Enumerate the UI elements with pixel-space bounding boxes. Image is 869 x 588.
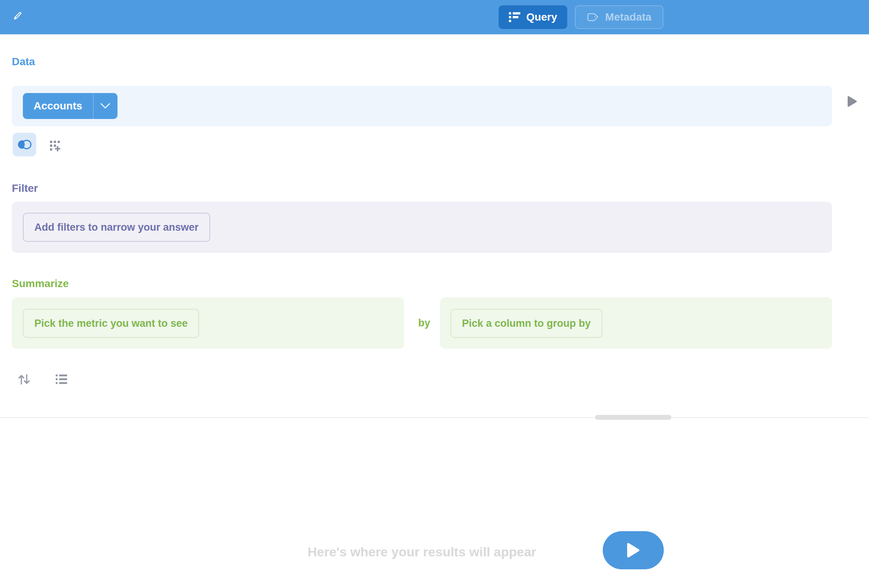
header-bar: Query Metadata [0, 0, 869, 34]
table-picker-button[interactable]: Accounts [23, 93, 117, 119]
edit-button[interactable] [10, 9, 25, 24]
tab-metadata-label: Metadata [605, 11, 651, 23]
row-limit-button[interactable] [53, 371, 69, 387]
by-label: by [415, 317, 433, 329]
pick-groupby-column-button[interactable]: Pick a column to group by [451, 309, 602, 338]
preview-step-button[interactable] [844, 93, 861, 110]
join-data-button[interactable] [13, 133, 36, 156]
sort-icon [18, 374, 30, 385]
chevron-down-icon [100, 103, 110, 109]
tag-icon [587, 13, 599, 22]
join-data-icon [17, 139, 32, 150]
play-preview-icon [847, 96, 857, 107]
notebook-icon [509, 12, 520, 22]
tab-query[interactable]: Query [499, 5, 567, 29]
play-icon [627, 543, 640, 558]
data-step-card [12, 86, 832, 126]
run-query-button[interactable] [603, 531, 664, 569]
custom-column-icon [50, 140, 61, 152]
query-builder-page: Query Metadata Data Accounts [0, 0, 869, 588]
sort-button[interactable] [16, 371, 32, 387]
pick-metric-button[interactable]: Pick the metric you want to see [23, 309, 199, 338]
custom-column-button[interactable] [47, 138, 63, 154]
filter-section-label: Filter [12, 182, 38, 194]
data-section-label: Data [12, 56, 35, 68]
row-limit-list-icon [56, 374, 67, 384]
table-picker-dropdown[interactable] [93, 93, 117, 119]
summarize-section-label: Summarize [12, 278, 69, 290]
results-placeholder-text: Here's where your results will appear [212, 545, 632, 559]
table-picker-value[interactable]: Accounts [23, 93, 93, 119]
notebook-results-divider [0, 417, 869, 418]
tab-metadata[interactable]: Metadata [575, 5, 663, 29]
add-filter-button[interactable]: Add filters to narrow your answer [23, 213, 210, 242]
tab-query-label: Query [526, 11, 557, 23]
resize-drag-handle[interactable] [595, 415, 671, 420]
pencil-icon [12, 11, 23, 23]
